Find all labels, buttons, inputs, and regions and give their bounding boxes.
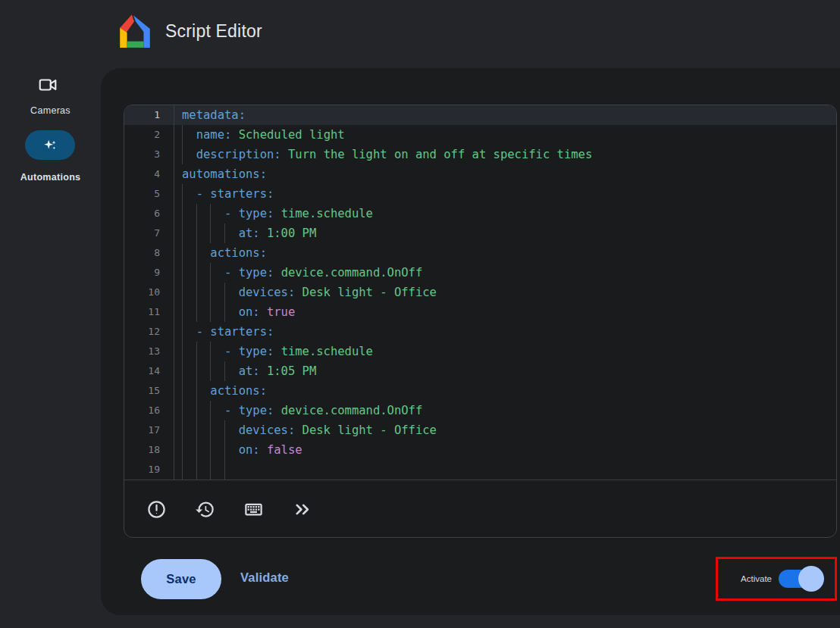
code-line[interactable]: 6- type: time.schedule	[124, 204, 836, 223]
code-text: - type: device.command.OnOff	[174, 263, 422, 283]
line-number: 18	[124, 440, 174, 460]
indent-guide	[210, 223, 224, 243]
videocam-icon	[38, 75, 58, 95]
indent-guide	[182, 283, 196, 302]
code-text: name: Scheduled light	[174, 125, 345, 145]
indent-guide	[210, 263, 224, 283]
code-line[interactable]: 2name: Scheduled light	[124, 125, 836, 145]
line-number: 11	[124, 302, 174, 322]
code-text: on: false	[174, 440, 302, 460]
code-token: metadata:	[182, 108, 246, 122]
double-chevron-icon[interactable]	[292, 499, 312, 520]
code-lines: 1metadata:2name: Scheduled light3descrip…	[124, 105, 836, 480]
line-number: 16	[124, 401, 174, 420]
indent-guide	[182, 460, 196, 480]
line-number: 2	[124, 125, 174, 145]
line-number: 1	[124, 105, 174, 125]
code-line[interactable]: 14at: 1:05 PM	[124, 361, 836, 381]
code-line[interactable]: 1metadata:	[124, 105, 836, 125]
code-token: devices:	[239, 286, 296, 299]
indent-guide	[182, 263, 196, 283]
line-number: 3	[124, 145, 174, 164]
history-icon[interactable]	[195, 499, 215, 520]
indent-guide	[210, 342, 224, 361]
code-token: - starters:	[196, 325, 274, 339]
code-token: Turn the light on and off at specific ti…	[281, 148, 593, 161]
script-editor-page: { "header": { "title": "Script Editor", …	[0, 0, 840, 628]
code-text: - type: time.schedule	[174, 204, 373, 223]
activate-toggle[interactable]	[779, 570, 818, 588]
code-line[interactable]: 18on: false	[124, 440, 836, 460]
indent-guide	[196, 460, 211, 480]
code-text: actions:	[174, 243, 267, 263]
indent-guide	[224, 302, 239, 322]
code-line[interactable]: 5- starters:	[124, 184, 836, 204]
code-text: at: 1:00 PM	[174, 223, 316, 243]
line-number: 4	[124, 164, 174, 184]
code-line[interactable]: 3description: Turn the light on and off …	[124, 145, 836, 164]
code-token: - type:	[224, 266, 274, 280]
code-line[interactable]: 19	[124, 460, 836, 480]
line-number: 5	[124, 184, 174, 204]
indent-guide	[182, 184, 196, 204]
code-line[interactable]: 9- type: device.command.OnOff	[124, 263, 836, 283]
indent-guide	[210, 204, 224, 223]
code-line[interactable]: 15actions:	[124, 381, 836, 401]
indent-guide	[182, 381, 196, 401]
indent-guide	[224, 223, 239, 243]
indent-guide	[224, 460, 239, 480]
toggle-thumb	[798, 566, 824, 592]
indent-guide	[182, 302, 196, 322]
code-line[interactable]: 7at: 1:00 PM	[124, 223, 836, 243]
code-token: false	[260, 443, 302, 457]
indent-guide	[196, 381, 211, 401]
line-number: 14	[124, 361, 174, 381]
code-line[interactable]: 17devices: Desk light - Office	[124, 420, 836, 440]
code-line[interactable]: 12- starters:	[124, 322, 836, 342]
code-text: at: 1:05 PM	[174, 361, 316, 381]
indent-guide	[182, 440, 196, 460]
problems-icon[interactable]	[146, 499, 167, 520]
sidebar-item-automations[interactable]: Automations	[0, 130, 101, 217]
keyboard-icon[interactable]	[243, 499, 264, 520]
line-number: 12	[124, 322, 174, 342]
code-text: - starters:	[174, 184, 274, 204]
code-token: - type:	[224, 345, 274, 358]
indent-guide	[182, 125, 196, 145]
code-line[interactable]: 4automations:	[124, 164, 836, 184]
logo-green-segment	[127, 42, 144, 48]
code-line[interactable]: 16- type: device.command.OnOff	[124, 401, 836, 420]
code-token: - type:	[224, 207, 274, 220]
indent-guide	[210, 460, 224, 480]
indent-guide	[182, 204, 196, 223]
line-number: 10	[124, 283, 174, 302]
code-line[interactable]: 13- type: time.schedule	[124, 342, 836, 361]
code-token: on:	[239, 305, 260, 319]
sidebar: Cameras Automations	[0, 68, 101, 628]
code-line[interactable]: 8actions:	[124, 243, 836, 263]
code-token: Scheduled light	[231, 128, 344, 142]
line-number: 7	[124, 223, 174, 243]
line-number: 13	[124, 342, 174, 361]
indent-guide	[196, 302, 211, 322]
indent-guide	[210, 420, 224, 440]
validate-button[interactable]: Validate	[240, 570, 289, 585]
code-editor[interactable]: 1metadata:2name: Scheduled light3descrip…	[124, 105, 837, 538]
code-text: - starters:	[174, 322, 274, 342]
sidebar-item-cameras[interactable]: Cameras	[0, 68, 101, 121]
indent-guide	[224, 361, 239, 381]
code-token: devices:	[239, 423, 296, 437]
code-line[interactable]: 11on: true	[124, 302, 836, 322]
code-line[interactable]: 10devices: Desk light - Office	[124, 283, 836, 302]
activate-annotation-rectangle: Activate	[716, 557, 837, 601]
indent-guide	[196, 440, 211, 460]
automations-active-pill[interactable]	[25, 130, 75, 160]
activate-label: Activate	[741, 574, 772, 583]
code-text: metadata:	[174, 105, 246, 125]
save-button[interactable]: Save	[141, 559, 221, 599]
indent-guide	[210, 440, 224, 460]
indent-guide	[196, 263, 211, 283]
code-token: actions:	[210, 246, 267, 260]
code-token: time.schedule	[274, 345, 373, 358]
code-token: at:	[239, 364, 260, 378]
